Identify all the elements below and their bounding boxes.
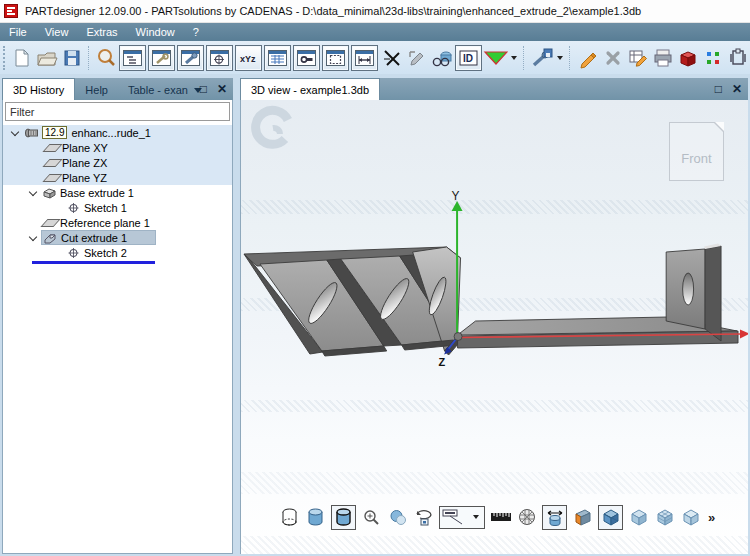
- plane-icon: [43, 144, 59, 152]
- tab-table[interactable]: Table - exan: [118, 80, 212, 100]
- menu-file[interactable]: File: [0, 26, 36, 38]
- history-panel-body: 12.9 enhanc...rude_1 Plane XY Plane ZX P…: [2, 100, 233, 554]
- app-logo-icon: [4, 4, 18, 18]
- id-toggle[interactable]: ID: [455, 45, 482, 71]
- right-tab-bar: 3D view - example1.3db □ ✕: [240, 78, 748, 100]
- turntable-icon[interactable]: [413, 507, 434, 528]
- selection-window-icon[interactable]: [322, 45, 349, 71]
- link-window-icon[interactable]: [293, 45, 320, 71]
- tree-item-plane-xy[interactable]: Plane XY: [3, 140, 232, 155]
- main-toolbar: xYz ID: [0, 41, 750, 76]
- menu-view[interactable]: View: [36, 26, 78, 38]
- ruler-icon[interactable]: [490, 507, 511, 528]
- selected-row-highlight: Cut extrude 1: [41, 230, 156, 245]
- insert-marker-icon[interactable]: [483, 46, 508, 71]
- tree-item-reference-plane[interactable]: Reference plane 1: [3, 215, 232, 230]
- 3d-viewport[interactable]: Y Z Front: [240, 100, 748, 554]
- left-tab-bar: 3D History Help Table - exan □ ✕: [2, 78, 233, 100]
- front-view-gizmo[interactable]: Front: [669, 122, 724, 181]
- xyz-window-icon[interactable]: xYz: [235, 45, 262, 71]
- cube-transparent-icon[interactable]: [680, 507, 701, 528]
- table-window-icon[interactable]: [264, 45, 291, 71]
- tree-item-base-extrude[interactable]: Base extrude 1: [3, 185, 232, 200]
- app-window: PARTdesigner 12.09.00 - PARTsolutions by…: [0, 0, 750, 556]
- tree-item-label: Sketch 1: [84, 202, 127, 214]
- menu-extras[interactable]: Extras: [77, 26, 126, 38]
- tab-help[interactable]: Help: [75, 80, 118, 100]
- maximize-panel-button[interactable]: □: [715, 83, 722, 95]
- history-window-icon[interactable]: [119, 45, 146, 71]
- sphere-clip-icon[interactable]: [387, 507, 408, 528]
- tree-item-plane-yz[interactable]: Plane YZ: [3, 170, 232, 185]
- sketch-icon: [65, 202, 81, 214]
- trim-icon[interactable]: [379, 46, 404, 71]
- toolbar-grip[interactable]: [3, 46, 7, 70]
- plane-icon: [41, 219, 57, 227]
- tree-item-sketch-2[interactable]: Sketch 2: [3, 245, 232, 260]
- tree-item-label: Base extrude 1: [60, 187, 134, 199]
- arrange-windows-icon[interactable]: [725, 46, 750, 71]
- z-axis-label: Z: [439, 356, 446, 368]
- tab-label: 3D History: [13, 84, 64, 96]
- preview-icon[interactable]: [429, 46, 454, 71]
- save-part-icon[interactable]: [529, 46, 554, 71]
- tree-item-label: enhanc...rude_1: [71, 127, 151, 139]
- cylinder-wireframe-icon[interactable]: [279, 507, 300, 528]
- measure-height-button[interactable]: [542, 505, 567, 530]
- tree-item-cut-extrude[interactable]: Cut extrude 1: [3, 230, 232, 245]
- plane-icon: [43, 159, 59, 167]
- close-panel-button[interactable]: ✕: [217, 83, 227, 95]
- variables-window-icon[interactable]: [148, 45, 175, 71]
- zoom-fit-icon[interactable]: [361, 507, 382, 528]
- cube-grid-icon[interactable]: [654, 507, 675, 528]
- cube-light-icon[interactable]: [628, 507, 649, 528]
- cube-shaded-button[interactable]: [598, 505, 623, 530]
- extrude-icon: [41, 187, 57, 199]
- tab-label: Help: [85, 84, 108, 96]
- toolbar-separator: [523, 46, 526, 70]
- structure-icon[interactable]: [700, 46, 725, 71]
- tab-3d-history[interactable]: 3D History: [2, 78, 75, 100]
- screw-window-icon[interactable]: [177, 45, 204, 71]
- move-sketch-icon[interactable]: [404, 46, 429, 71]
- new-file-icon[interactable]: [10, 46, 35, 71]
- chevron-down-icon[interactable]: [11, 127, 19, 135]
- delete-icon[interactable]: [600, 46, 625, 71]
- toolbar-overflow-button[interactable]: »: [708, 510, 715, 525]
- cut-extrude-icon: [42, 232, 58, 244]
- close-panel-button[interactable]: ✕: [732, 83, 742, 95]
- print-icon[interactable]: [650, 46, 675, 71]
- open-icon[interactable]: [35, 46, 60, 71]
- mesh-icon[interactable]: [516, 507, 537, 528]
- dimension-style-button[interactable]: [439, 506, 485, 529]
- dimensioning-window-icon[interactable]: [351, 45, 378, 71]
- dropdown-caret-icon[interactable]: [511, 56, 517, 60]
- sketcher-window-icon[interactable]: [206, 45, 233, 71]
- chevron-down-icon[interactable]: [29, 232, 37, 240]
- edit-table-icon[interactable]: [625, 46, 650, 71]
- menu-help[interactable]: ?: [184, 26, 208, 38]
- tree-item-plane-zx[interactable]: Plane ZX: [3, 155, 232, 170]
- tree-item-root[interactable]: 12.9 enhanc...rude_1: [3, 125, 232, 140]
- menu-bar: File View Extras Window ?: [0, 23, 750, 41]
- material-face-icon[interactable]: [572, 507, 593, 528]
- menu-window[interactable]: Window: [127, 26, 184, 38]
- edit-icon[interactable]: [575, 46, 600, 71]
- maximize-panel-button[interactable]: □: [200, 83, 207, 95]
- view-cube-icon[interactable]: [675, 46, 700, 71]
- front-view-label: Front: [670, 151, 723, 166]
- save-icon[interactable]: [60, 46, 85, 71]
- cylinder-outline-button[interactable]: [331, 505, 356, 530]
- filter-input[interactable]: [5, 102, 230, 121]
- tab-label: 3D view - example1.3db: [251, 84, 369, 96]
- tree-item-label: Plane ZX: [62, 157, 107, 169]
- chevron-down-icon[interactable]: [29, 187, 37, 195]
- y-axis-label: Y: [452, 189, 460, 203]
- tree-item-sketch-1[interactable]: Sketch 1: [3, 200, 232, 215]
- cylinder-solid-icon[interactable]: [305, 507, 326, 528]
- view-panel: 3D view - example1.3db □ ✕: [240, 78, 748, 554]
- tree-item-label: Plane XY: [62, 142, 108, 154]
- zoom-icon[interactable]: [93, 46, 118, 71]
- dropdown-caret-icon[interactable]: [557, 56, 563, 60]
- tab-3d-view[interactable]: 3D view - example1.3db: [240, 78, 380, 100]
